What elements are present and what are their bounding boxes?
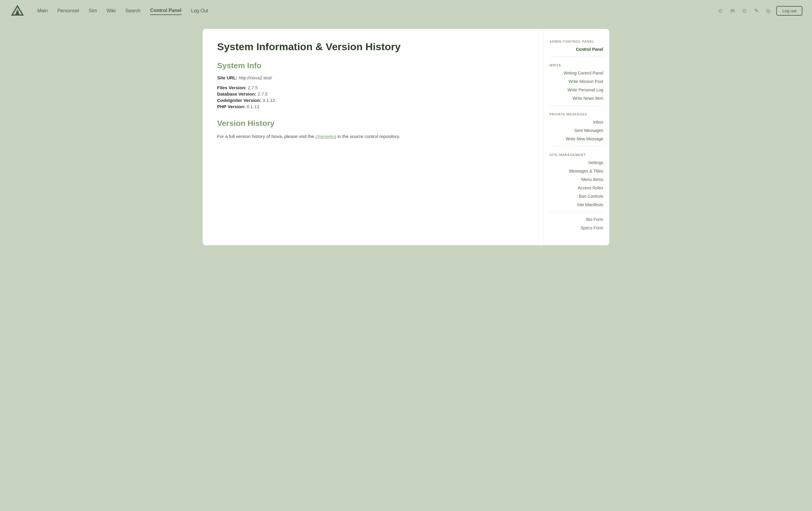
version-desc-before: For a full version history of Nova, plea… — [217, 134, 316, 139]
sidebar-pm-section: PRIVATE MESSAGES Inbox Sent Messages Wri… — [544, 109, 609, 143]
site-url-line: Site URL: http://nova2.test/ — [217, 75, 529, 80]
sidebar-divider-2 — [549, 106, 603, 106]
sidebar-write-section: WRITE Writing Control Panel Write Missio… — [544, 60, 609, 102]
logout-button[interactable]: Log out — [776, 6, 802, 16]
sidebar-divider-4 — [549, 212, 603, 212]
sidebar-write-header: WRITE — [544, 60, 609, 69]
sidebar-site-manifests[interactable]: Site Manifests — [544, 201, 609, 209]
sidebar-writing-control-panel[interactable]: Writing Control Panel — [544, 69, 609, 77]
changelog-link[interactable]: changelog — [316, 134, 336, 139]
php-version-label: PHP Version: — [217, 104, 245, 109]
sidebar-forms-section: Bio Form Specs Form — [544, 215, 609, 232]
nav-wiki[interactable]: Wiki — [107, 7, 115, 15]
sidebar-pm-header: PRIVATE MESSAGES — [544, 109, 609, 118]
version-info: Files Version: 2.7.5 Database Version: 2… — [217, 85, 529, 109]
sidebar-divider-1 — [549, 57, 603, 57]
navigation: Main Personnel Sim Wiki Search Control P… — [0, 0, 812, 22]
files-version-label: Files Version: — [217, 85, 246, 90]
circle-dot-icon[interactable]: ⊙ — [740, 7, 749, 15]
nav-sim[interactable]: Sim — [89, 7, 97, 15]
sidebar-write-mission-post[interactable]: Write Mission Post — [544, 77, 609, 86]
sidebar-admin-header: ADMIN CONTROL PANEL — [544, 36, 609, 45]
sidebar-write-new-message[interactable]: Write New Message — [544, 135, 609, 143]
nav-links: Main Personnel Sim Wiki Search Control P… — [37, 7, 716, 15]
version-desc: For a full version history of Nova, plea… — [217, 133, 529, 140]
version-history-section: Version History For a full version histo… — [217, 119, 529, 140]
system-info-heading: System Info — [217, 61, 529, 70]
files-version-val: 2.7.5 — [248, 85, 258, 90]
logo[interactable] — [10, 5, 25, 17]
nav-personnel[interactable]: Personnel — [57, 7, 79, 15]
sidebar-messages-titles[interactable]: Messages & Titles — [544, 167, 609, 175]
target-icon[interactable]: ◎ — [764, 7, 773, 15]
db-version-val: 2.7.5 — [257, 91, 267, 96]
main-container: System Information & Version History Sys… — [196, 22, 616, 252]
sidebar-settings[interactable]: Settings — [544, 158, 609, 167]
version-desc-after: in the source control repository. — [336, 134, 400, 139]
sidebar-specs-form[interactable]: Specs Form — [544, 223, 609, 232]
sidebar-site-header: SITE MANAGEMENT — [544, 149, 609, 158]
sidebar-site-section: SITE MANAGEMENT Settings Messages & Titl… — [544, 149, 609, 209]
version-history-heading: Version History — [217, 119, 529, 128]
content-area: System Information & Version History Sys… — [203, 29, 543, 245]
ci-version-line: CodeIgniter Version: 3.1.13 — [217, 98, 529, 103]
ci-version-val: 3.1.13 — [263, 98, 275, 103]
db-version-line: Database Version: 2.7.5 — [217, 91, 529, 96]
sidebar-menu-items[interactable]: Menu Items — [544, 175, 609, 184]
nav-search[interactable]: Search — [125, 7, 141, 15]
sidebar-inbox[interactable]: Inbox — [544, 118, 609, 126]
php-version-line: PHP Version: 8.1.13 — [217, 104, 529, 109]
nav-logout[interactable]: Log Out — [191, 7, 208, 15]
ci-version-label: CodeIgniter Version: — [217, 98, 261, 103]
sidebar-write-news-item[interactable]: Write News Item — [544, 94, 609, 102]
system-info-block: System Info Site URL: http://nova2.test/… — [217, 61, 529, 109]
sidebar-admin-section: ADMIN CONTROL PANEL Control Panel — [544, 36, 609, 54]
message-icon[interactable]: ✉ — [728, 7, 736, 15]
circle-icon[interactable]: ⊙ — [716, 7, 724, 15]
nav-control-panel[interactable]: Control Panel — [150, 7, 181, 15]
page-title: System Information & Version History — [217, 41, 529, 53]
sidebar-bio-form[interactable]: Bio Form — [544, 215, 609, 223]
site-url-label: Site URL: — [217, 75, 238, 80]
edit-icon[interactable]: ✎ — [752, 7, 760, 15]
nav-right-icons: ⊙ ✉ ⊙ ✎ ◎ Log out — [716, 6, 802, 16]
sidebar: ADMIN CONTROL PANEL Control Panel WRITE … — [543, 29, 609, 245]
sidebar-ban-controls[interactable]: Ban Controls — [544, 192, 609, 201]
sidebar-sent-messages[interactable]: Sent Messages — [544, 126, 609, 135]
site-url-val: http://nova2.test/ — [239, 75, 272, 80]
sidebar-write-personal-log[interactable]: Write Personal Log — [544, 86, 609, 94]
nav-main[interactable]: Main — [37, 7, 48, 15]
files-version-line: Files Version: 2.7.5 — [217, 85, 529, 90]
sidebar-control-panel[interactable]: Control Panel — [544, 45, 609, 54]
db-version-label: Database Version: — [217, 91, 256, 96]
sidebar-access-roles[interactable]: Access Roles — [544, 184, 609, 192]
sidebar-divider-3 — [549, 146, 603, 146]
php-version-val: 8.1.13 — [246, 104, 259, 109]
